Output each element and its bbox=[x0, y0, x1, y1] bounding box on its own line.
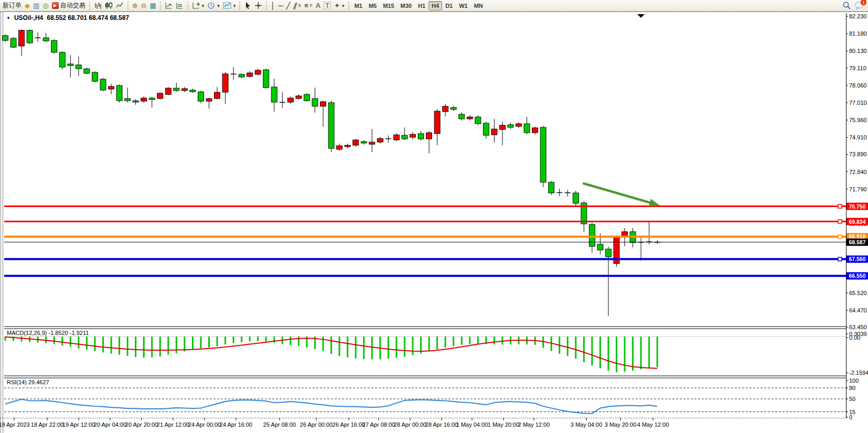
zoom-in-button[interactable]: ⊕ bbox=[131, 1, 140, 11]
timeframe-button-M30[interactable]: M30 bbox=[398, 1, 415, 10]
candle-body[interactable] bbox=[524, 124, 530, 133]
candle-body[interactable] bbox=[499, 125, 505, 129]
indicators-button[interactable]: ▾ bbox=[190, 1, 206, 11]
line-anchor-handle[interactable] bbox=[838, 204, 842, 208]
candle-body[interactable] bbox=[92, 72, 98, 81]
candle-body[interactable] bbox=[451, 107, 456, 110]
candle-body[interactable] bbox=[215, 92, 220, 99]
candle-body[interactable] bbox=[109, 86, 114, 89]
candle-body[interactable] bbox=[3, 36, 8, 40]
candle-body[interactable] bbox=[312, 99, 318, 106]
candle-body[interactable] bbox=[467, 117, 473, 119]
candle-body[interactable] bbox=[27, 30, 33, 43]
candle-body[interactable] bbox=[377, 138, 383, 142]
chat-button[interactable]: 1 bbox=[854, 1, 865, 10]
candle-body[interactable] bbox=[84, 69, 90, 73]
chart-svg[interactable]: 82.23081.18080.13079.11078.06077.01075.9… bbox=[0, 0, 868, 433]
candle-body[interactable] bbox=[361, 142, 367, 143]
auto-trading-button[interactable]: ▶ 自动交易 bbox=[50, 1, 87, 11]
trendline-tool[interactable]: ╱ bbox=[285, 1, 292, 11]
seal-button[interactable]: ◆ bbox=[23, 1, 31, 11]
candle-body[interactable] bbox=[181, 89, 187, 91]
timeframe-button-H1[interactable]: H1 bbox=[415, 1, 428, 10]
new-order-button[interactable]: 新订单 bbox=[1, 1, 23, 11]
candle-body[interactable] bbox=[206, 99, 212, 101]
chart-line-button[interactable] bbox=[114, 1, 125, 11]
candle-body[interactable] bbox=[10, 38, 16, 47]
line-anchor-handle[interactable] bbox=[838, 220, 842, 223]
candle-body[interactable] bbox=[68, 64, 73, 66]
candle-body[interactable] bbox=[491, 129, 497, 135]
candle-body[interactable] bbox=[174, 88, 179, 91]
timeframe-button-H4[interactable]: H4 bbox=[428, 1, 442, 10]
candle-body[interactable] bbox=[475, 117, 481, 124]
candle-body[interactable] bbox=[222, 74, 228, 92]
signal-button[interactable]: ◎ bbox=[41, 1, 50, 11]
candle-body[interactable] bbox=[418, 134, 424, 139]
candle-body[interactable] bbox=[51, 40, 57, 52]
candle-body[interactable] bbox=[353, 140, 359, 145]
shapes-tool[interactable]: ✦ ▾ bbox=[333, 1, 346, 11]
candle-body[interactable] bbox=[296, 96, 302, 99]
candle-body[interactable] bbox=[43, 38, 49, 41]
line-anchor-handle[interactable] bbox=[838, 235, 842, 239]
template-button[interactable]: ▾ bbox=[221, 1, 238, 11]
grid-arrange-button[interactable] bbox=[174, 1, 185, 11]
candle-body[interactable] bbox=[157, 93, 163, 99]
tile-windows-button[interactable]: ▦ bbox=[148, 1, 157, 11]
candle-body[interactable] bbox=[483, 123, 489, 135]
candle-body[interactable] bbox=[605, 249, 611, 257]
candle-body[interactable] bbox=[540, 127, 546, 182]
candle-body[interactable] bbox=[198, 92, 203, 101]
candle-body[interactable] bbox=[247, 73, 253, 77]
timeframe-button-M5[interactable]: M5 bbox=[366, 1, 380, 10]
line-anchor-handle[interactable] bbox=[838, 257, 842, 261]
candle-body[interactable] bbox=[345, 145, 350, 147]
candle-body[interactable] bbox=[516, 124, 522, 126]
candle-body[interactable] bbox=[100, 79, 106, 90]
candle-body[interactable] bbox=[149, 98, 155, 100]
candle-body[interactable] bbox=[597, 244, 603, 250]
candle-body[interactable] bbox=[59, 52, 65, 67]
candle-body[interactable] bbox=[76, 65, 81, 69]
timeframe-button-M1[interactable]: M1 bbox=[351, 1, 366, 10]
chevron-down-icon[interactable]: ▼ bbox=[6, 16, 10, 20]
candle-body[interactable] bbox=[125, 99, 131, 101]
cursor-button[interactable] bbox=[242, 1, 253, 11]
candle-body[interactable] bbox=[255, 70, 261, 74]
fibonacci-tool[interactable]: ≡F bbox=[303, 1, 314, 11]
candle-body[interactable] bbox=[263, 70, 269, 88]
candle-body[interactable] bbox=[190, 90, 196, 92]
candle-body[interactable] bbox=[443, 106, 448, 112]
candle-body[interactable] bbox=[165, 88, 171, 94]
candle-body[interactable] bbox=[328, 103, 334, 148]
candle-body[interactable] bbox=[239, 74, 244, 77]
search-icon[interactable] bbox=[842, 1, 851, 10]
candle-body[interactable] bbox=[337, 146, 342, 149]
label-tool[interactable]: T bbox=[322, 1, 333, 11]
candle-body[interactable] bbox=[320, 102, 326, 106]
candle-body[interactable] bbox=[549, 182, 554, 193]
vertical-line-tool[interactable]: │ bbox=[269, 1, 276, 11]
chart-candles-button[interactable] bbox=[103, 1, 114, 11]
candle-body[interactable] bbox=[589, 224, 595, 246]
candle-body[interactable] bbox=[459, 114, 465, 119]
market-watch-button[interactable]: ▥ bbox=[31, 1, 41, 11]
candle-body[interactable] bbox=[141, 98, 147, 101]
candle-body[interactable] bbox=[426, 133, 432, 139]
candle-body[interactable] bbox=[116, 85, 122, 101]
candle-body[interactable] bbox=[393, 135, 399, 140]
candle-body[interactable] bbox=[532, 128, 538, 133]
auto-arrange-button[interactable] bbox=[163, 1, 174, 11]
candle-body[interactable] bbox=[508, 125, 513, 127]
horizontal-line-tool[interactable]: ─ bbox=[276, 1, 284, 11]
zoom-out-button[interactable]: ⊖ bbox=[140, 1, 148, 11]
candle-body[interactable] bbox=[402, 135, 408, 139]
text-tool[interactable]: A bbox=[314, 1, 322, 11]
channel-tool[interactable]: ∥E bbox=[292, 1, 303, 11]
timeframe-button-M15[interactable]: M15 bbox=[380, 1, 397, 10]
timeframe-button-W1[interactable]: W1 bbox=[456, 1, 471, 10]
candle-body[interactable] bbox=[287, 98, 293, 102]
timeframe-button-D1[interactable]: D1 bbox=[442, 1, 456, 10]
candle-body[interactable] bbox=[573, 193, 578, 203]
